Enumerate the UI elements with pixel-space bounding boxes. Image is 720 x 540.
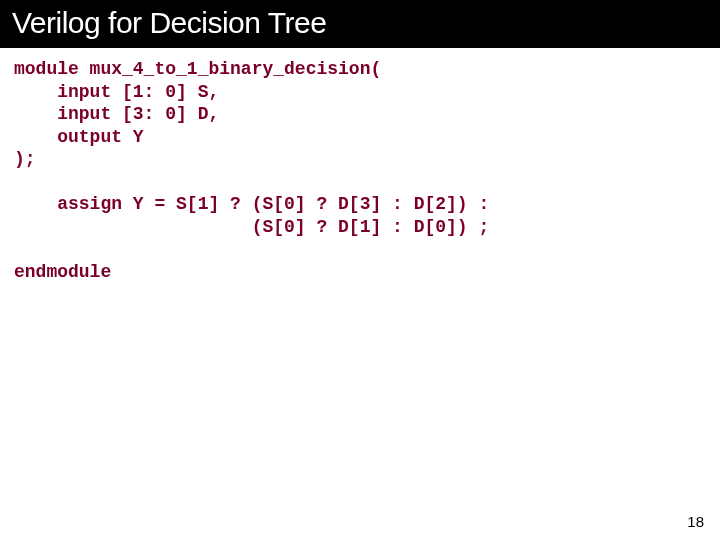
slide: Verilog for Decision Tree module mux_4_t… [0, 0, 720, 540]
slide-title: Verilog for Decision Tree [0, 0, 720, 48]
code-block: module mux_4_to_1_binary_decision( input… [14, 58, 706, 283]
page-number: 18 [687, 513, 704, 530]
slide-body: module mux_4_to_1_binary_decision( input… [0, 48, 720, 293]
